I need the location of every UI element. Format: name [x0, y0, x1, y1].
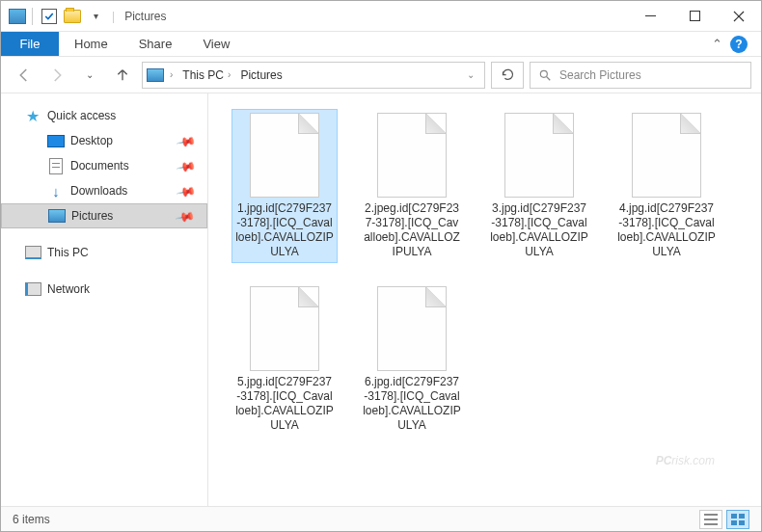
sidebar-item-documents[interactable]: Documents 📌	[1, 153, 207, 178]
svg-rect-9	[731, 514, 737, 519]
file-item[interactable]: 3.jpg.id[C279F237-3178].[ICQ_Cavalloeb].…	[486, 109, 592, 263]
svg-rect-6	[704, 514, 718, 516]
svg-rect-12	[739, 520, 745, 525]
file-thumbnail-icon	[377, 113, 447, 198]
status-bar: 6 items	[1, 506, 761, 531]
sidebar-item-pictures[interactable]: Pictures 📌	[1, 203, 207, 228]
sidebar-item-this-pc[interactable]: This PC	[1, 240, 207, 265]
explorer-window: ▾ | Pictures File Home Share View ⌃ ?	[0, 0, 762, 532]
file-label: 3.jpg.id[C279F237-3178].[ICQ_Cavalloeb].…	[490, 201, 588, 259]
file-thumbnail-icon	[250, 113, 319, 198]
file-label: 1.jpg.id[C279F237-3178].[ICQ_Cavalloeb].…	[235, 201, 334, 259]
close-button[interactable]	[717, 2, 761, 31]
navigation-pane: ★ Quick access Desktop 📌 Documents 📌 ↓ D…	[1, 93, 208, 506]
maximize-button[interactable]	[672, 2, 717, 31]
file-item[interactable]: 5.jpg.id[C279F237-3178].[ICQ_Cavalloeb].…	[231, 282, 338, 437]
up-button[interactable]	[109, 62, 136, 89]
network-icon	[25, 282, 41, 296]
file-item[interactable]: 1.jpg.id[C279F237-3178].[ICQ_Cavalloeb].…	[231, 109, 338, 263]
refresh-button[interactable]	[491, 62, 524, 89]
pin-icon: 📌	[176, 130, 197, 150]
details-view-button[interactable]	[699, 510, 722, 529]
search-placeholder: Search Pictures	[559, 68, 641, 82]
thumbnails-view-button[interactable]	[726, 510, 749, 529]
file-item[interactable]: 4.jpg.id[C279F237-3178].[ICQ_Cavalloeb].…	[613, 109, 720, 263]
pin-icon: 📌	[176, 155, 197, 175]
download-icon: ↓	[52, 183, 60, 200]
tab-view[interactable]: View	[187, 32, 245, 56]
app-icon	[9, 9, 26, 24]
file-tab[interactable]: File	[1, 32, 59, 56]
search-icon	[538, 68, 552, 82]
tab-share[interactable]: Share	[123, 32, 188, 56]
content-area[interactable]: 1.jpg.id[C279F237-3178].[ICQ_Cavalloeb].…	[208, 93, 761, 506]
svg-rect-7	[704, 519, 718, 520]
file-thumbnail-icon	[250, 286, 319, 371]
star-icon: ★	[26, 107, 40, 125]
document-icon	[49, 158, 63, 174]
item-count: 6 items	[13, 513, 50, 526]
file-item[interactable]: 6.jpg.id[C279F237-3178].[ICQ_Cavalloeb].…	[359, 282, 465, 437]
svg-rect-1	[690, 12, 699, 21]
address-dropdown-icon[interactable]: ⌄	[467, 69, 480, 80]
desktop-icon	[47, 135, 65, 147]
ribbon-collapse-icon[interactable]: ⌃	[712, 37, 722, 51]
crumb-this-pc[interactable]: This PC›	[178, 68, 234, 82]
file-item[interactable]: 2.jpeg.id[C279F237-3178].[ICQ_Cavalloeb]…	[359, 109, 465, 263]
sidebar-item-desktop[interactable]: Desktop 📌	[1, 128, 207, 153]
file-label: 5.jpg.id[C279F237-3178].[ICQ_Cavalloeb].…	[235, 375, 334, 433]
pin-icon: 📌	[176, 180, 197, 200]
sidebar-item-downloads[interactable]: ↓ Downloads 📌	[1, 178, 207, 203]
qat-properties-button[interactable]	[39, 6, 60, 27]
file-label: 4.jpg.id[C279F237-3178].[ICQ_Cavalloeb].…	[617, 201, 716, 259]
file-thumbnail-icon	[377, 286, 447, 371]
svg-point-4	[540, 70, 547, 77]
nav-bar: ⌄ › This PC› Pictures ⌄ Search Pictures	[1, 57, 761, 93]
svg-rect-11	[731, 520, 737, 525]
crumb-pictures[interactable]: Pictures	[236, 68, 286, 82]
pictures-icon	[48, 209, 66, 223]
qat-customize-button[interactable]: ▾	[85, 6, 106, 27]
title-bar: ▾ | Pictures	[1, 1, 761, 32]
watermark: PCrisk.com	[656, 430, 715, 473]
pc-icon	[25, 246, 41, 259]
folder-pic-icon	[147, 68, 164, 82]
svg-line-5	[547, 76, 551, 80]
address-bar[interactable]: › This PC› Pictures ⌄	[142, 62, 485, 89]
file-thumbnail-icon	[504, 113, 574, 198]
forward-button[interactable]	[43, 62, 70, 89]
sidebar-item-network[interactable]: Network	[1, 277, 207, 302]
file-thumbnail-icon	[632, 113, 701, 198]
search-input[interactable]: Search Pictures	[530, 62, 751, 89]
recent-locations-button[interactable]: ⌄	[76, 62, 103, 89]
sidebar-item-quick-access[interactable]: ★ Quick access	[1, 103, 207, 128]
svg-rect-10	[739, 514, 745, 519]
window-title: Pictures	[124, 10, 166, 23]
tab-home[interactable]: Home	[59, 32, 123, 56]
pin-icon: 📌	[175, 205, 196, 226]
ribbon-menu: File Home Share View ⌃ ?	[1, 32, 761, 57]
file-label: 2.jpeg.id[C279F237-3178].[ICQ_Cavalloeb]…	[363, 201, 461, 259]
back-button[interactable]	[11, 62, 38, 89]
qat-folder-button[interactable]	[62, 6, 83, 27]
help-icon[interactable]: ?	[730, 36, 748, 53]
file-label: 6.jpg.id[C279F237-3178].[ICQ_Cavalloeb].…	[363, 375, 461, 433]
minimize-button[interactable]	[628, 2, 672, 31]
svg-rect-8	[704, 523, 718, 525]
